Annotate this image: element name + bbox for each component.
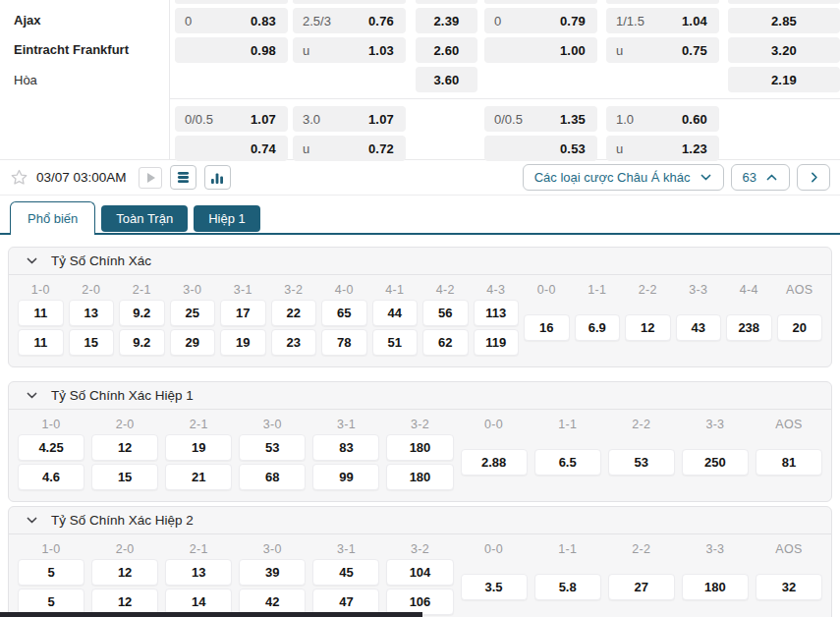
odds-AOS[interactable]: 81: [756, 449, 822, 476]
tab-pho-bien[interactable]: Phổ biến: [10, 201, 95, 235]
score-grid: 1-011112-013152-19.29.23-025293-117193-2…: [9, 275, 831, 366]
odds-2-0-away[interactable]: 15: [69, 329, 115, 356]
odds-0-0[interactable]: 16: [524, 314, 570, 341]
odds-cell-1x2-right[interactable]: 2.19: [728, 67, 840, 92]
statistics-button[interactable]: [204, 165, 231, 190]
odds-cell-over-under-1h-2[interactable]: u1.23: [606, 136, 719, 161]
odds-cell-handicap-1h-2[interactable]: 0/0.51.35: [484, 106, 597, 132]
odds-3-3[interactable]: 180: [682, 574, 749, 600]
odds-1-0-home[interactable]: 4.25: [18, 434, 84, 461]
odds-3-0-away[interactable]: 29: [170, 329, 216, 356]
odds-AOS[interactable]: 32: [756, 574, 822, 600]
odds-cell-handicap-1[interactable]: 0.98: [175, 37, 288, 63]
odds-cell-over-under-1h-2[interactable]: 1.00.60: [606, 106, 719, 132]
match-datetime: 03/07 03:00AM: [36, 170, 127, 185]
market-count-collapse-button[interactable]: 63: [731, 164, 790, 191]
odds-value: 1.04: [682, 14, 707, 28]
odds-1-1[interactable]: 6.9: [575, 314, 621, 341]
odds-cell-over-under-1h-1[interactable]: u0.72: [293, 136, 406, 161]
odds-3-1-home[interactable]: 45: [312, 559, 379, 586]
odds-cell-handicap-2[interactable]: 1.00: [484, 37, 597, 63]
odds-2-0-away[interactable]: 15: [91, 464, 158, 490]
odds-3-3[interactable]: 250: [682, 449, 749, 476]
odds-4-2-home[interactable]: 56: [422, 300, 469, 326]
odds-2-1-away[interactable]: 14: [165, 589, 232, 615]
panel-header-toggle[interactable]: Tỷ Số Chính Xác Hiệp 2: [9, 507, 831, 534]
odds-3-0-home[interactable]: 53: [239, 434, 306, 461]
odds-cell-1x2-left[interactable]: 2.39: [416, 8, 477, 33]
odds-2-1-home[interactable]: 19: [165, 434, 232, 461]
odds-cell-over-under-2[interactable]: 1/1.51.04: [606, 8, 719, 33]
odds-cell-over-under-1h-1[interactable]: 3.01.07: [293, 106, 406, 132]
odds-cell-handicap-1h-1[interactable]: 0.74: [175, 136, 288, 161]
odds-2-1-away[interactable]: 9.2: [119, 329, 165, 356]
tab-toan-tran[interactable]: Toàn Trận: [101, 205, 188, 232]
odds-cell-1x2-right[interactable]: 2.85: [728, 8, 840, 33]
odds-2-2[interactable]: 12: [625, 314, 671, 341]
odds-4-1-home[interactable]: 44: [372, 300, 419, 326]
panel-header-toggle[interactable]: Tỷ Số Chính Xác: [9, 248, 831, 275]
odds-2-2[interactable]: 53: [608, 449, 675, 476]
odds-2-1-home[interactable]: 13: [165, 559, 232, 586]
panel-header-toggle[interactable]: Tỷ Số Chính Xác Hiệp 1: [9, 382, 831, 410]
odds-cell-handicap-1[interactable]: 00.83: [175, 8, 288, 33]
odds-2-1-home[interactable]: 9.2: [119, 300, 165, 326]
odds-3-2-home[interactable]: 104: [386, 559, 453, 586]
odds-3-2-home[interactable]: 180: [386, 434, 453, 461]
asian-markets-dropdown[interactable]: Các loại cược Châu Á khác: [523, 164, 724, 191]
odds-2-0-home[interactable]: 12: [91, 434, 158, 461]
odds-2-1-away[interactable]: 21: [165, 464, 232, 490]
odds-4-3-away[interactable]: 119: [474, 329, 520, 356]
odds-cell-over-under-2[interactable]: u0.75: [606, 37, 719, 63]
odds-4-0-away[interactable]: 78: [321, 329, 367, 356]
stacked-rows-button[interactable]: [170, 165, 196, 190]
odds-4-2-away[interactable]: 62: [422, 329, 469, 356]
odds-2-0-home[interactable]: 12: [91, 559, 158, 586]
odds-3-2-away[interactable]: 23: [271, 329, 317, 356]
odds-cell-handicap-2[interactable]: 00.79: [484, 8, 597, 33]
odds-cell-over-under-1[interactable]: 2.5/30.76: [293, 8, 406, 33]
odds-1-1[interactable]: 6.5: [534, 449, 601, 476]
odds-4-0-home[interactable]: 65: [321, 300, 367, 326]
odds-cell-over-under-1[interactable]: u1.03: [293, 37, 406, 63]
odds-3-2-home[interactable]: 22: [271, 300, 317, 326]
odds-cell-handicap-1h-2[interactable]: 0.53: [484, 136, 597, 161]
odds-3-1-away[interactable]: 99: [312, 464, 379, 490]
odds-3-1-away[interactable]: 19: [220, 329, 266, 356]
odds-1-0-away[interactable]: 4.6: [18, 464, 84, 490]
odds-4-3-home[interactable]: 113: [474, 300, 520, 326]
odds-3-2-away[interactable]: 106: [386, 589, 453, 615]
odds-3-1-home[interactable]: 17: [220, 300, 266, 326]
odds-0-0[interactable]: 3.5: [461, 574, 528, 600]
play-button[interactable]: [139, 167, 162, 189]
odds-1-1[interactable]: 5.8: [534, 574, 601, 600]
odds-3-1-home[interactable]: 83: [312, 434, 379, 461]
odds-1-0-away[interactable]: 11: [18, 329, 64, 356]
tab-hiep-1[interactable]: Hiệp 1: [194, 205, 260, 232]
odds-3-3[interactable]: 43: [676, 314, 722, 341]
odds-3-0-home[interactable]: 25: [170, 300, 216, 326]
odds-1-0-home[interactable]: 5: [18, 559, 84, 586]
score-label: 1-0: [18, 540, 84, 557]
next-match-button[interactable]: [797, 164, 830, 191]
odds-cell-1x2-right[interactable]: 3.20: [728, 37, 840, 63]
odds-4-1-away[interactable]: 51: [372, 329, 419, 356]
odds-2-0-home[interactable]: 13: [69, 300, 115, 326]
favorite-star-icon[interactable]: [10, 168, 28, 187]
odds-cell-1x2-left[interactable]: 3.60: [416, 67, 477, 92]
odds-AOS[interactable]: 20: [777, 314, 823, 341]
odds-cell-handicap-1h-1[interactable]: 0/0.51.07: [175, 106, 288, 132]
odds-3-0-away[interactable]: 68: [239, 464, 306, 490]
odds-3-0-away[interactable]: 42: [239, 589, 306, 615]
odds-3-0-home[interactable]: 39: [239, 559, 306, 586]
odds-2-0-away[interactable]: 12: [91, 589, 158, 615]
odds-1-0-away[interactable]: 5: [18, 589, 84, 615]
odds-1-0-home[interactable]: 11: [18, 300, 64, 326]
score-label: 2-0: [69, 281, 115, 298]
odds-4-4[interactable]: 238: [726, 314, 772, 341]
odds-2-2[interactable]: 27: [608, 574, 675, 600]
odds-0-0[interactable]: 2.88: [461, 449, 528, 476]
odds-3-2-away[interactable]: 180: [386, 464, 453, 490]
odds-cell-1x2-left[interactable]: 2.60: [416, 37, 477, 63]
odds-3-1-away[interactable]: 47: [312, 589, 379, 615]
